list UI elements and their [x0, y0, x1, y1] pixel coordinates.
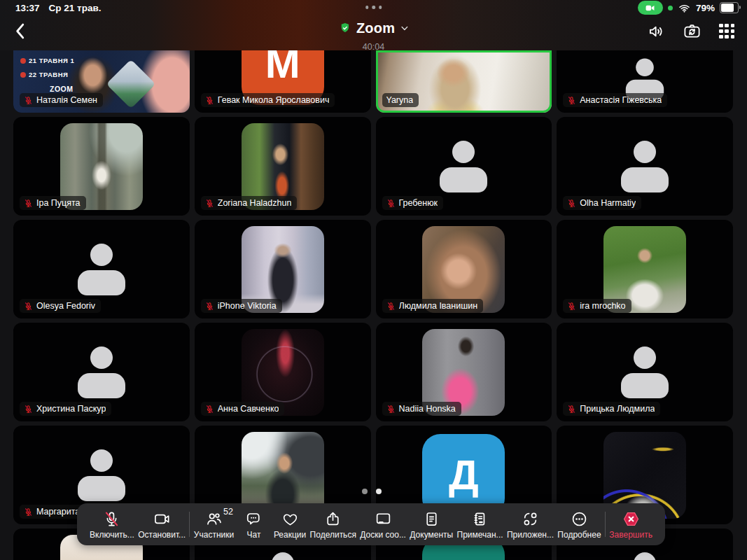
- date: Ср 21 трав.: [49, 3, 102, 13]
- toolbar-divider: [605, 512, 606, 537]
- participant-tile[interactable]: Іра Пуцята: [13, 117, 190, 216]
- participant-tile[interactable]: Прицька Людмила: [557, 323, 733, 421]
- toolbar-button-label: Примечан...: [457, 530, 503, 540]
- participant-name: Olesya Fedoriv: [36, 301, 95, 311]
- toolbar-documents-button[interactable]: Документы: [410, 510, 453, 540]
- participant-name: Olha Harmatiy: [580, 198, 636, 208]
- muted-mic-icon: [24, 405, 33, 414]
- avatar-placeholder-icon: [620, 346, 669, 398]
- wifi-icon: [678, 1, 691, 15]
- participant-name-pill: Людмила Іванишин: [382, 299, 484, 313]
- toolbar-chat-button[interactable]: Чат: [238, 510, 270, 540]
- participant-name: Гевак Микола Ярославович: [218, 95, 330, 105]
- avatar-placeholder-icon: [620, 552, 669, 560]
- participant-tile[interactable]: Nadiia Honska: [376, 323, 552, 421]
- participant-name-pill: Yaryna: [382, 93, 419, 107]
- participant-name: Наталія Семен: [36, 95, 97, 105]
- muted-mic-icon: [386, 199, 396, 208]
- participant-tile[interactable]: Анастасія Гіжевська: [557, 50, 733, 113]
- participant-tile[interactable]: iPhone Viktoria: [195, 220, 371, 318]
- participant-name: ira mrochko: [580, 301, 625, 311]
- toolbar-whiteboard-button[interactable]: Доски соо...: [360, 510, 406, 540]
- participant-tile[interactable]: Людмила Іванишин: [376, 220, 552, 318]
- avatar-placeholder-icon: [620, 141, 669, 192]
- avatar-placeholder-icon: [439, 141, 488, 192]
- more-icon: [571, 510, 588, 528]
- participant-tile[interactable]: Zoriana Haladzhun: [195, 117, 371, 216]
- participant-name: Анастасія Гіжевська: [580, 95, 662, 105]
- grid-view-icon: [719, 24, 734, 39]
- clock: 13:37: [15, 3, 40, 13]
- video-overlay-text: 21 ТРАВНЯ 1: [20, 57, 74, 64]
- toolbar-button-label: Поделиться: [310, 530, 356, 540]
- participant-name-pill: Наталія Семен: [20, 93, 103, 107]
- participants-icon: 52: [205, 510, 223, 528]
- participant-tile[interactable]: Olesya Fedoriv: [13, 220, 190, 318]
- status-bar: 13:37 Ср 21 трав. 79%: [0, 0, 747, 15]
- gallery-view-button[interactable]: [719, 24, 734, 39]
- meeting-nav: Zoom 40:04: [0, 15, 747, 50]
- participant-name-pill: Христина Паскур: [20, 402, 111, 416]
- toolbar-share-button[interactable]: Поделиться: [310, 510, 356, 540]
- toolbar-participants-button[interactable]: 52Участники: [194, 510, 234, 540]
- toolbar-notes-button[interactable]: Примечан...: [457, 510, 503, 540]
- participant-tile[interactable]: Анна Савченко: [195, 323, 371, 421]
- muted-mic-icon: [24, 302, 33, 311]
- participant-tile[interactable]: 21 ТРАВНЯ 122 ТРАВНЯZOOMНаталія Семен: [13, 50, 190, 113]
- participant-tile[interactable]: Христина Паскур: [13, 323, 190, 421]
- toolbar-apps-button[interactable]: Приложен...: [507, 510, 554, 540]
- toolbar-button-label: Подробнее: [557, 530, 601, 540]
- participant-tile[interactable]: Yaryna: [376, 50, 552, 113]
- participant-name-pill: Гевак Микола Ярославович: [201, 93, 335, 107]
- participant-name: Гребенюк: [399, 198, 438, 208]
- shield-check-icon: [338, 22, 351, 35]
- toolbar-button-label: Остановит...: [138, 530, 186, 540]
- participant-name: Yaryna: [386, 95, 414, 105]
- participant-name-pill: ira mrochko: [563, 299, 631, 313]
- status-right: 79%: [638, 1, 747, 15]
- participant-tile[interactable]: МГевак Микола Ярославович: [195, 50, 371, 113]
- chat-icon: [245, 510, 263, 528]
- grid-row: Olesya FedoriviPhone ViktoriaЛюдмила Іва…: [13, 220, 733, 318]
- muted-mic-icon: [567, 199, 576, 208]
- meeting-title-group[interactable]: Zoom: [338, 20, 409, 36]
- participant-name-pill: iPhone Viktoria: [201, 299, 282, 313]
- reactions-heart-icon: [281, 510, 299, 528]
- grid-row: 21 ТРАВНЯ 122 ТРАВНЯZOOMНаталія СеменМГе…: [13, 50, 733, 113]
- toolbar-more-button[interactable]: Подробнее: [557, 510, 601, 540]
- participant-name-pill: Olha Harmatiy: [563, 196, 641, 210]
- participant-name: iPhone Viktoria: [218, 301, 277, 311]
- video-camera-icon: [645, 3, 655, 13]
- video-overlay-text: ZOOM: [50, 85, 74, 93]
- documents-icon: [423, 510, 440, 528]
- battery-percent: 79%: [696, 3, 715, 13]
- multitask-indicator-icon: [365, 6, 382, 9]
- nav-right-actions: [647, 22, 734, 41]
- video-overlay-text: 22 ТРАВНЯ: [20, 71, 74, 78]
- participant-tile[interactable]: Olha Harmatiy: [557, 117, 733, 216]
- back-button[interactable]: [11, 20, 29, 45]
- toolbar-reactions-heart-button[interactable]: Реакции: [274, 510, 306, 540]
- grid-row: Іра ПуцятаZoriana HaladzhunГребенюкOlha …: [13, 117, 733, 216]
- grid-row: Христина ПаскурАнна СавченкоNadiia Honsk…: [13, 323, 733, 421]
- participant-tile[interactable]: Гребенюк: [376, 117, 552, 216]
- participant-name-pill: Прицька Людмила: [563, 402, 660, 416]
- apps-icon: [522, 510, 539, 528]
- toolbar-end-meeting-button[interactable]: Завершить: [609, 510, 652, 540]
- speaker-button[interactable]: [647, 22, 665, 41]
- zoom-meeting-screen: 13:37 Ср 21 трав. 79% Zoom: [0, 0, 747, 560]
- switch-camera-button[interactable]: [683, 22, 701, 41]
- pagination-dots[interactable]: [362, 489, 382, 494]
- muted-mic-icon: [567, 405, 576, 414]
- page-dot[interactable]: [362, 489, 368, 494]
- toolbar-button-label: Участники: [194, 530, 234, 540]
- speaker-icon: [647, 22, 665, 41]
- page-dot[interactable]: [376, 489, 382, 494]
- toolbar-mic-muted-button[interactable]: Включить...: [90, 510, 134, 540]
- whiteboard-icon: [375, 510, 392, 528]
- muted-mic-icon: [567, 302, 576, 311]
- toolbar-button-label: Завершить: [609, 530, 652, 540]
- toolbar-video-camera-button[interactable]: Остановит...: [138, 510, 186, 540]
- participant-tile[interactable]: ira mrochko: [557, 220, 733, 318]
- muted-mic-icon: [205, 199, 214, 208]
